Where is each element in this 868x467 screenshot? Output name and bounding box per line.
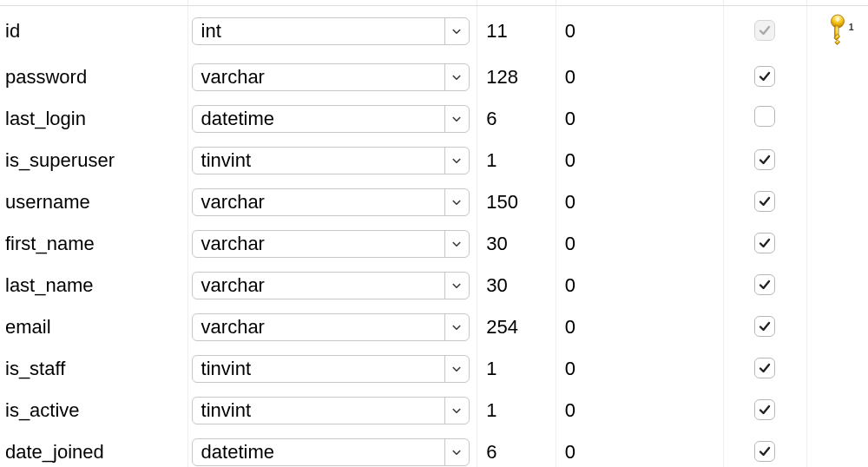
not-null-checkbox[interactable] — [754, 149, 775, 170]
not-null-checkbox[interactable] — [754, 399, 775, 420]
not-null-checkbox[interactable] — [754, 274, 775, 295]
table-row: idint1101 — [0, 5, 868, 56]
chevron-down-icon — [444, 106, 469, 132]
field-name-cell[interactable]: is_active — [0, 390, 187, 431]
not-null-checkbox[interactable] — [754, 441, 775, 462]
field-length-cell[interactable]: 30 — [477, 223, 556, 265]
primary-key-cell — [807, 98, 868, 140]
field-length-cell[interactable]: 6 — [477, 98, 556, 140]
field-decimals: 0 — [565, 358, 575, 379]
primary-key-cell — [807, 181, 868, 223]
not-null-cell — [723, 5, 806, 56]
field-decimals: 0 — [565, 316, 575, 338]
field-length-cell[interactable]: 128 — [477, 56, 556, 98]
field-name-cell[interactable]: last_login — [0, 98, 187, 140]
field-decimals: 0 — [565, 399, 575, 421]
field-name: password — [5, 66, 87, 88]
field-length-cell[interactable]: 1 — [477, 390, 556, 431]
field-name: username — [5, 191, 90, 213]
key-icon: 1 — [822, 27, 853, 49]
field-name: last_login — [5, 108, 86, 129]
field-type-select[interactable]: int — [192, 17, 470, 45]
field-type-select[interactable]: varchar — [192, 230, 470, 258]
table-row: is_activetinvint10 — [0, 390, 868, 431]
field-decimals-cell[interactable]: 0 — [556, 140, 723, 181]
field-name-cell[interactable]: id — [0, 5, 187, 56]
field-decimals-cell[interactable]: 0 — [556, 5, 723, 56]
field-type-select[interactable]: tinvint — [192, 147, 470, 174]
field-type-cell: tinvint — [187, 390, 477, 431]
field-name-cell[interactable]: password — [0, 56, 187, 98]
field-length-cell[interactable]: 30 — [477, 265, 556, 306]
primary-key-cell — [807, 348, 868, 390]
field-name: id — [5, 20, 20, 42]
field-decimals-cell[interactable]: 0 — [556, 98, 723, 140]
field-type-value: tinvint — [201, 358, 251, 380]
field-length-cell[interactable]: 1 — [477, 348, 556, 390]
not-null-cell — [723, 181, 806, 223]
field-length-cell[interactable]: 6 — [477, 431, 556, 468]
field-name-cell[interactable]: first_name — [0, 223, 187, 265]
field-type-cell: varchar — [187, 223, 477, 265]
field-type-cell: tinvint — [187, 140, 477, 181]
field-type-select[interactable]: tinvint — [192, 397, 470, 424]
field-type-select[interactable]: tinvint — [192, 355, 470, 383]
table-row: date_joineddatetime60 — [0, 431, 868, 468]
not-null-cell — [723, 431, 806, 468]
field-type-value: varchar — [201, 66, 265, 89]
chevron-down-icon — [444, 148, 469, 174]
field-decimals-cell[interactable]: 0 — [556, 390, 723, 431]
primary-key-cell — [807, 56, 868, 98]
not-null-checkbox[interactable] — [754, 233, 775, 253]
not-null-checkbox[interactable] — [754, 316, 775, 337]
field-decimals-cell[interactable]: 0 — [556, 306, 723, 348]
field-decimals-cell[interactable]: 0 — [556, 348, 723, 390]
field-length-cell[interactable]: 1 — [477, 140, 556, 181]
not-null-checkbox[interactable] — [754, 66, 775, 87]
field-type-select[interactable]: datetime — [192, 438, 470, 466]
table-row: is_superusertinvint10 — [0, 140, 868, 181]
not-null-cell — [723, 265, 806, 306]
field-name-cell[interactable]: is_staff — [0, 348, 187, 390]
field-decimals: 0 — [565, 66, 575, 88]
not-null-checkbox[interactable] — [754, 106, 775, 127]
field-decimals-cell[interactable]: 0 — [556, 223, 723, 265]
table-row: usernamevarchar1500 — [0, 181, 868, 223]
table-row: first_namevarchar300 — [0, 223, 868, 265]
table-row: emailvarchar2540 — [0, 306, 868, 348]
field-name-cell[interactable]: email — [0, 306, 187, 348]
field-type-value: tinvint — [201, 399, 251, 422]
not-null-checkbox[interactable] — [754, 358, 775, 378]
field-decimals-cell[interactable]: 0 — [556, 265, 723, 306]
field-length: 1 — [486, 399, 496, 421]
field-name-cell[interactable]: last_name — [0, 265, 187, 306]
field-length-cell[interactable]: 150 — [477, 181, 556, 223]
field-length-cell[interactable]: 254 — [477, 306, 556, 348]
field-length: 1 — [486, 358, 496, 379]
field-type-select[interactable]: varchar — [192, 272, 470, 299]
field-name-cell[interactable]: is_superuser — [0, 140, 187, 181]
field-type-select[interactable]: varchar — [192, 188, 470, 216]
primary-key-cell: 1 — [807, 5, 868, 56]
not-null-checkbox[interactable] — [754, 191, 775, 212]
field-decimals-cell[interactable]: 0 — [556, 181, 723, 223]
not-null-cell — [723, 306, 806, 348]
not-null-cell — [723, 98, 806, 140]
field-name: is_staff — [5, 358, 65, 379]
field-length: 30 — [486, 233, 507, 254]
primary-key-cell — [807, 431, 868, 468]
field-length-cell[interactable]: 11 — [477, 5, 556, 56]
field-decimals-cell[interactable]: 0 — [556, 431, 723, 468]
table-row: last_namevarchar300 — [0, 265, 868, 306]
field-type-select[interactable]: varchar — [192, 63, 470, 91]
chevron-down-icon — [444, 439, 469, 465]
field-name-cell[interactable]: date_joined — [0, 431, 187, 468]
chevron-down-icon — [444, 398, 469, 424]
field-decimals: 0 — [565, 149, 575, 171]
primary-key-cell — [807, 306, 868, 348]
field-name-cell[interactable]: username — [0, 181, 187, 223]
field-decimals-cell[interactable]: 0 — [556, 56, 723, 98]
field-type-select[interactable]: datetime — [192, 105, 470, 133]
field-type-select[interactable]: varchar — [192, 313, 470, 341]
field-type-cell: varchar — [187, 306, 477, 348]
